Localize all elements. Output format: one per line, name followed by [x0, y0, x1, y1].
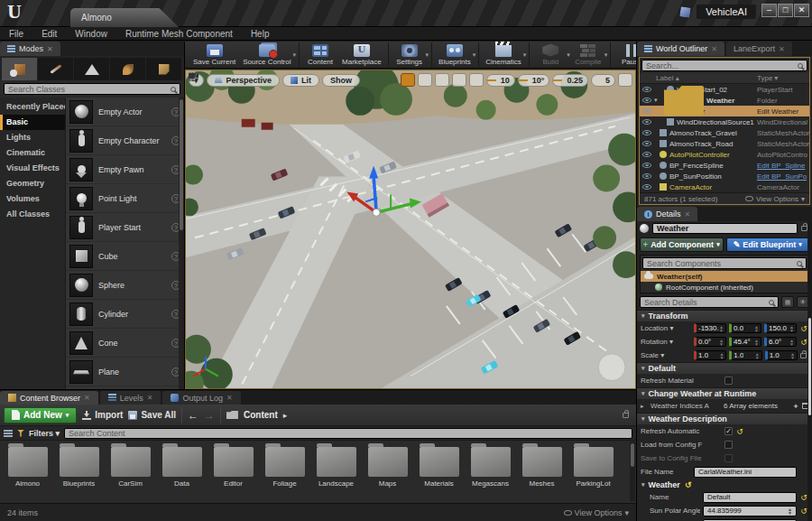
- folder-editor[interactable]: Editor: [209, 443, 257, 499]
- scale-snap-value[interactable]: 0.25: [562, 75, 587, 86]
- save-current-button[interactable]: Save Current: [189, 42, 239, 67]
- category-lights[interactable]: Lights: [0, 130, 65, 145]
- menu-runtime-mesh-component[interactable]: Runtime Mesh Component: [125, 29, 233, 39]
- reset-icon[interactable]: ↺: [735, 427, 744, 436]
- section-change-weather[interactable]: ▾Change Weather at Runtime: [637, 387, 812, 399]
- folder-parkinglot[interactable]: ParkingLot: [569, 443, 617, 499]
- load-from-config-checkbox[interactable]: [724, 441, 733, 449]
- tab-modes[interactable]: Modes✕: [0, 42, 60, 56]
- location-z-input[interactable]: 150.0▲▼: [764, 323, 797, 333]
- file-name-input[interactable]: CarlaWeather.ini: [694, 467, 797, 478]
- mode-landscape-button[interactable]: [74, 58, 109, 80]
- component-weather-self[interactable]: Weather(self): [641, 271, 808, 282]
- visibility-eye-icon[interactable]: [642, 87, 651, 92]
- section-default[interactable]: ▾Default: [637, 362, 812, 374]
- chevron-down-icon[interactable]: ▾: [523, 51, 527, 59]
- camera-speed-control[interactable]: 5: [591, 74, 615, 87]
- folder-almono[interactable]: Almono: [4, 443, 51, 499]
- location-y-input[interactable]: 0.0▲▼: [729, 323, 761, 333]
- visibility-eye-icon[interactable]: [642, 130, 651, 135]
- outliner-row-weather-folder[interactable]: ▾Weather Folder: [640, 95, 809, 106]
- section-weather-description[interactable]: ▾Weather Description: [637, 413, 812, 424]
- outliner-row-track-gravel[interactable]: AlmonoTrack_Gravel StaticMeshActor: [640, 127, 809, 138]
- place-item-cylinder[interactable]: Cylinder?: [66, 300, 184, 329]
- outliner-row-winddirectionalsource[interactable]: WindDirectionalSource1 WindDirectional: [640, 116, 809, 127]
- show-button[interactable]: Show: [322, 74, 360, 87]
- camera-speed-value[interactable]: 5: [601, 75, 614, 86]
- scale-x-input[interactable]: 1.0▲▼: [694, 350, 726, 360]
- sources-panel-icon[interactable]: [4, 430, 13, 437]
- grid-snap-control[interactable]: 10: [486, 74, 515, 87]
- close-icon[interactable]: ✕: [685, 210, 691, 219]
- cb-view-options[interactable]: View Options ▾: [564, 508, 629, 517]
- place-item-sphere[interactable]: Sphere?: [66, 271, 184, 300]
- close-icon[interactable]: ✕: [47, 45, 53, 53]
- folder-meshes[interactable]: Meshes: [518, 443, 566, 499]
- add-element-icon[interactable]: ＋: [792, 401, 799, 411]
- add-component-button[interactable]: +Add Component▾: [640, 237, 724, 252]
- scale-lock-icon[interactable]: [800, 353, 807, 358]
- blueprints-button[interactable]: Blueprints: [435, 42, 475, 67]
- category-basic[interactable]: Basic: [0, 115, 65, 130]
- component-root[interactable]: RootComponent (Inherited): [641, 282, 808, 293]
- rotation-label[interactable]: Rotation ▾: [641, 338, 691, 346]
- path-chevron-icon[interactable]: ▸: [283, 410, 288, 421]
- visibility-eye-icon[interactable]: [642, 152, 651, 157]
- folder-blueprints[interactable]: Blueprints: [55, 443, 103, 499]
- lit-button[interactable]: Lit: [282, 74, 319, 87]
- add-new-button[interactable]: Add New▾: [4, 407, 77, 423]
- folder-carsim[interactable]: CarSim: [106, 443, 154, 499]
- lock-icon[interactable]: [623, 413, 629, 418]
- close-icon[interactable]: ✕: [147, 394, 153, 402]
- outliner-header[interactable]: Label ▴ Type ▾: [640, 73, 809, 84]
- outliner-row-sun-position[interactable]: BP_SunPosition Edit BP_SunPo: [640, 171, 809, 181]
- cinematics-button[interactable]: Cinematics: [482, 42, 525, 67]
- actor-name-input[interactable]: Weather: [652, 223, 798, 234]
- angle-snap-value[interactable]: 10°: [528, 75, 549, 86]
- chevron-down-icon[interactable]: ▾: [293, 51, 297, 59]
- refresh-material-checkbox[interactable]: [724, 377, 733, 385]
- outliner-search-input[interactable]: Search...: [641, 60, 807, 71]
- content-scrollbar[interactable]: [630, 442, 635, 501]
- folder-foliage[interactable]: Foliage: [261, 443, 309, 499]
- rotation-y-input[interactable]: 45.4°▲▼: [729, 337, 761, 347]
- tab-details[interactable]: i Details✕: [637, 207, 697, 221]
- settings-button[interactable]: Settings: [392, 42, 428, 67]
- edit-blueprint-button[interactable]: ✎Edit Blueprint▾: [726, 237, 810, 252]
- source-control-button[interactable]: Source Control: [239, 42, 294, 67]
- maximize-viewport-button[interactable]: [618, 73, 632, 87]
- property-matrix-button[interactable]: ▦: [781, 296, 794, 308]
- outliner-row-autopilot[interactable]: AutoPilotController AutoPilotContro: [640, 149, 809, 160]
- place-item-cube[interactable]: Cube?: [66, 242, 184, 271]
- category-all-classes[interactable]: All Classes: [0, 207, 65, 222]
- tab-world-outliner[interactable]: World Outliner✕: [637, 42, 724, 56]
- rotation-z-input[interactable]: 6.0°▲▼: [764, 337, 797, 347]
- chevron-down-icon[interactable]: ▾: [426, 51, 429, 59]
- search-content-input[interactable]: Search Content: [64, 428, 632, 439]
- mode-geometry-button[interactable]: [146, 58, 181, 80]
- place-item-point-light[interactable]: Point Light?: [66, 184, 184, 213]
- place-item-empty-actor[interactable]: Empty Actor?: [66, 98, 184, 126]
- visibility-eye-icon[interactable]: [642, 173, 651, 179]
- refresh-automatic-checkbox[interactable]: ✓: [724, 427, 733, 435]
- back-button[interactable]: ←: [188, 410, 198, 421]
- modes-scrollbar[interactable]: [179, 98, 184, 389]
- mode-place-button[interactable]: [2, 58, 37, 80]
- marketplace-button[interactable]: Marketplace: [338, 42, 385, 67]
- visibility-eye-icon[interactable]: [642, 119, 651, 125]
- viewport[interactable]: ▾ Perspective Lit Show 10 10° 0.25: [185, 70, 636, 389]
- place-item-player-start[interactable]: Player Start?: [66, 213, 184, 242]
- folder-data[interactable]: Data: [158, 443, 206, 499]
- perspective-button[interactable]: Perspective: [207, 74, 281, 87]
- folder-megascans[interactable]: Megascans: [466, 443, 514, 499]
- place-item-empty-character[interactable]: Empty Character?: [66, 126, 184, 155]
- menu-help[interactable]: Help: [251, 29, 270, 39]
- visibility-eye-icon[interactable]: [642, 163, 651, 168]
- scale-snap-icon[interactable]: [553, 79, 562, 81]
- project-tab[interactable]: Almono: [70, 8, 179, 27]
- angle-snap-icon[interactable]: [519, 79, 528, 81]
- move-tool-button[interactable]: [401, 73, 415, 87]
- tab-levels[interactable]: Levels✕: [100, 391, 161, 405]
- maximize-button[interactable]: □: [778, 4, 793, 17]
- scale-tool-button[interactable]: [435, 73, 449, 87]
